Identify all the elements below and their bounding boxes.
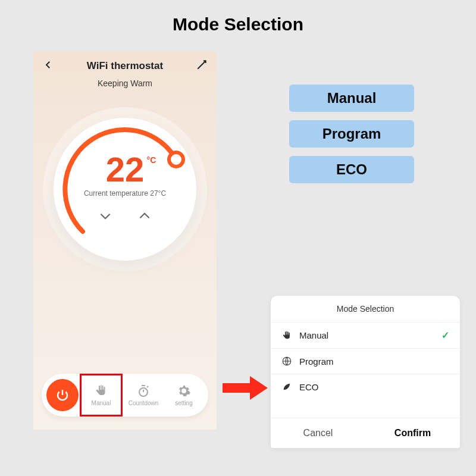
- mode-setting-button[interactable]: setting: [164, 374, 203, 416]
- hand-icon: [281, 330, 292, 341]
- sheet-option-manual-label: Manual: [299, 330, 434, 340]
- dial-center: 22 °C Current temperature 27°C: [54, 118, 196, 261]
- mode-options-callout: Manual Program ECO: [289, 84, 414, 183]
- sheet-option-program-label: Program: [299, 356, 449, 367]
- mode-manual-button[interactable]: Manual: [80, 374, 123, 416]
- arrow-right-icon: [221, 375, 269, 401]
- mode-manual-label: Manual: [92, 400, 111, 406]
- globe-icon: [281, 356, 292, 367]
- confirm-button[interactable]: Confirm: [365, 418, 460, 448]
- device-bottom-bar: Manual Countdown setting: [42, 374, 208, 416]
- sheet-footer: Cancel Confirm: [271, 418, 460, 448]
- mode-selection-sheet: Mode Selection Manual ✓ Program ECO Canc…: [271, 296, 460, 448]
- mode-countdown-button[interactable]: Countdown: [124, 374, 163, 416]
- edit-icon[interactable]: [196, 60, 207, 73]
- leaf-icon: [281, 381, 292, 392]
- page-title: Mode Selection: [0, 0, 476, 35]
- thermostat-device-screen: WiFi thermostat Keeping Warm 22 °C Curre…: [33, 51, 217, 430]
- cancel-button[interactable]: Cancel: [271, 418, 365, 448]
- gear-icon: [177, 384, 191, 398]
- temperature-unit: °C: [147, 156, 156, 164]
- temp-down-icon[interactable]: [98, 208, 113, 226]
- sheet-option-manual[interactable]: Manual ✓: [271, 322, 460, 348]
- mode-countdown-label: Countdown: [129, 400, 159, 406]
- back-icon[interactable]: [43, 60, 54, 73]
- device-status: Keeping Warm: [33, 79, 217, 88]
- pill-manual: Manual: [289, 84, 414, 112]
- set-temperature-value: 22 °C: [106, 152, 145, 187]
- pill-program: Program: [289, 120, 414, 148]
- temperature-dial[interactable]: 22 °C Current temperature 27°C: [54, 118, 196, 261]
- device-header: WiFi thermostat: [33, 51, 217, 76]
- temp-up-icon[interactable]: [137, 208, 152, 226]
- power-button[interactable]: [46, 379, 79, 411]
- mode-setting-label: setting: [175, 400, 192, 406]
- power-icon: [55, 388, 70, 402]
- sheet-title: Mode Selection: [271, 296, 460, 322]
- sheet-option-program[interactable]: Program: [271, 348, 460, 374]
- sheet-option-eco[interactable]: ECO: [271, 374, 460, 399]
- current-temperature-label: Current temperature 27°C: [84, 189, 166, 198]
- device-title: WiFi thermostat: [87, 60, 163, 72]
- pill-eco: ECO: [289, 156, 414, 183]
- stopwatch-icon: [136, 384, 151, 398]
- check-icon: ✓: [441, 330, 449, 341]
- hand-icon: [94, 384, 108, 398]
- sheet-option-eco-label: ECO: [299, 382, 449, 392]
